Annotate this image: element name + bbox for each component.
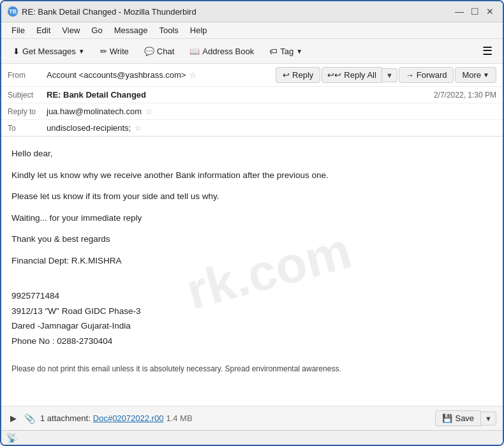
title-bar-left: TB RE: Bank Detail Changed - Mozilla Thu… bbox=[8, 6, 196, 17]
menu-edit[interactable]: Edit bbox=[31, 24, 56, 37]
write-icon: ✏ bbox=[100, 47, 107, 56]
window-title: RE: Bank Detail Changed - Mozilla Thunde… bbox=[22, 7, 196, 17]
window-controls: — ☐ ✕ bbox=[453, 5, 496, 18]
reply-all-label: Reply All bbox=[344, 70, 376, 80]
from-value: Account <accounts@yashbrass.com> bbox=[47, 70, 186, 80]
get-messages-arrow-icon[interactable]: ▼ bbox=[78, 48, 85, 55]
footer-text: Please do not print this email unless it… bbox=[11, 363, 493, 375]
attachment-info: 1 attachment: Doc#02072022.r00 1.4 MB bbox=[40, 413, 193, 423]
replyto-label: Reply to bbox=[8, 107, 43, 116]
save-dropdown[interactable]: ▼ bbox=[481, 412, 496, 426]
expand-button[interactable]: ▶ bbox=[8, 412, 19, 424]
body-line5: Financial Dept: R.K.MISHRA bbox=[11, 254, 493, 268]
replyto-left: Reply to jua.haw@molinatech.com ☆ bbox=[8, 107, 496, 116]
address-book-label: Address Book bbox=[202, 47, 254, 56]
more-button[interactable]: More ▼ bbox=[455, 67, 496, 83]
from-star-icon[interactable]: ☆ bbox=[189, 71, 196, 80]
address-block: 9925771484 3912/13 "W" Road GIDC Phase-3… bbox=[11, 289, 493, 348]
from-row: From Account <accounts@yashbrass.com> ☆ … bbox=[1, 64, 503, 87]
save-icon: 💾 bbox=[442, 413, 452, 423]
tag-button[interactable]: 🏷 Tag ▼ bbox=[263, 44, 309, 59]
tag-icon: 🏷 bbox=[269, 47, 278, 56]
chat-label: Chat bbox=[157, 47, 174, 56]
replyto-star-icon[interactable]: ☆ bbox=[145, 107, 152, 116]
attachment-size: 1.4 MB bbox=[166, 413, 192, 423]
to-star-icon[interactable]: ☆ bbox=[135, 124, 142, 133]
to-value: undisclosed-recipients; bbox=[47, 123, 131, 133]
reply-button[interactable]: ↩ Reply bbox=[276, 67, 320, 83]
menu-file[interactable]: File bbox=[6, 24, 30, 37]
write-label: Write bbox=[110, 47, 129, 56]
body-line4: Thank you & best regards bbox=[11, 232, 493, 246]
subject-value: RE: Bank Detail Changed bbox=[47, 90, 146, 100]
tag-label: Tag bbox=[280, 47, 293, 56]
date-value: 2/7/2022, 1:30 PM bbox=[434, 91, 496, 100]
minimize-button[interactable]: — bbox=[453, 5, 466, 18]
phone2: Phone No : 0288-2730404 bbox=[11, 334, 493, 348]
reply-all-icon: ↩↩ bbox=[327, 70, 341, 80]
close-button[interactable]: ✕ bbox=[484, 5, 496, 18]
reply-all-button[interactable]: ↩↩ Reply All bbox=[322, 67, 382, 83]
reply-icon: ↩ bbox=[283, 70, 290, 80]
forward-button[interactable]: → Forward bbox=[399, 67, 454, 83]
from-label: From bbox=[8, 71, 43, 80]
status-bar: 📡 bbox=[1, 430, 503, 445]
phone: 9925771484 bbox=[11, 289, 493, 303]
attachment-bar: ▶ 📎 1 attachment: Doc#02072022.r00 1.4 M… bbox=[1, 406, 503, 430]
subject-left: Subject RE: Bank Detail Changed bbox=[8, 90, 434, 100]
subject-label: Subject bbox=[8, 91, 43, 100]
forward-label: Forward bbox=[417, 70, 447, 80]
chat-button[interactable]: 💬 Chat bbox=[138, 44, 181, 59]
greeting: Hello dear, bbox=[11, 147, 493, 161]
save-button-group: 💾 Save ▼ bbox=[435, 410, 496, 426]
attachment-filename[interactable]: Doc#02072022.r00 bbox=[93, 413, 164, 423]
save-button[interactable]: 💾 Save bbox=[435, 410, 481, 426]
body-line1: Kindly let us know why we receive anothe… bbox=[11, 168, 493, 182]
address-book-button[interactable]: 📖 Address Book bbox=[183, 44, 260, 59]
forward-icon: → bbox=[406, 70, 414, 80]
address1: 3912/13 "W" Road GIDC Phase-3 bbox=[11, 304, 493, 318]
tag-arrow-icon[interactable]: ▼ bbox=[296, 48, 302, 55]
menu-message[interactable]: Message bbox=[109, 24, 153, 37]
attachment-left: ▶ 📎 1 attachment: Doc#02072022.r00 1.4 M… bbox=[8, 412, 193, 424]
email-body: Hello dear, Kindly let us know why we re… bbox=[1, 137, 503, 393]
chat-icon: 💬 bbox=[144, 47, 154, 56]
body-line2: Please let us know if its from your side… bbox=[11, 190, 493, 204]
from-left: From Account <accounts@yashbrass.com> ☆ bbox=[8, 70, 276, 80]
reply-all-split: ↩↩ Reply All ▼ bbox=[322, 67, 397, 83]
date-right: 2/7/2022, 1:30 PM bbox=[434, 91, 496, 100]
get-messages-label: Get Messages bbox=[22, 47, 76, 56]
action-buttons: ↩ Reply ↩↩ Reply All ▼ → Forward More ▼ bbox=[276, 67, 496, 83]
toolbar: ⬇ Get Messages ▼ ✏ Write 💬 Chat 📖 Addres… bbox=[1, 39, 503, 64]
body-line3: Waiting... for your immediate reply bbox=[11, 211, 493, 225]
address-book-icon: 📖 bbox=[189, 47, 200, 56]
replyto-row: Reply to jua.haw@molinatech.com ☆ bbox=[1, 103, 503, 120]
to-left: To undisclosed-recipients; ☆ bbox=[8, 123, 496, 133]
address2: Dared -Jamnagar Gujarat-India bbox=[11, 319, 493, 333]
save-label: Save bbox=[455, 413, 474, 423]
email-body-container[interactable]: rk.com Hello dear, Kindly let us know wh… bbox=[1, 137, 503, 406]
more-label: More bbox=[462, 70, 481, 80]
reply-label: Reply bbox=[292, 70, 313, 80]
hamburger-menu[interactable]: ☰ bbox=[477, 41, 498, 61]
menu-help[interactable]: Help bbox=[185, 24, 212, 37]
menu-go[interactable]: Go bbox=[86, 24, 107, 37]
main-window: TB RE: Bank Detail Changed - Mozilla Thu… bbox=[0, 0, 504, 446]
reply-all-dropdown[interactable]: ▼ bbox=[382, 68, 397, 82]
menu-bar: File Edit View Go Message Tools Help bbox=[1, 22, 503, 39]
replyto-value: jua.haw@molinatech.com bbox=[47, 107, 142, 116]
get-messages-icon: ⬇ bbox=[13, 47, 20, 56]
menu-tools[interactable]: Tools bbox=[154, 24, 183, 37]
title-bar: TB RE: Bank Detail Changed - Mozilla Thu… bbox=[1, 1, 503, 22]
subject-row: Subject RE: Bank Detail Changed 2/7/2022… bbox=[1, 87, 503, 103]
attachment-icon: 📎 bbox=[24, 413, 35, 424]
maximize-button[interactable]: ☐ bbox=[468, 5, 481, 18]
to-row: To undisclosed-recipients; ☆ bbox=[1, 120, 503, 136]
status-icon: 📡 bbox=[6, 433, 17, 443]
get-messages-button[interactable]: ⬇ Get Messages ▼ bbox=[6, 44, 91, 59]
email-header: From Account <accounts@yashbrass.com> ☆ … bbox=[1, 64, 503, 137]
to-label: To bbox=[8, 124, 43, 133]
more-arrow-icon: ▼ bbox=[483, 71, 489, 78]
write-button[interactable]: ✏ Write bbox=[94, 44, 135, 59]
menu-view[interactable]: View bbox=[57, 24, 85, 37]
